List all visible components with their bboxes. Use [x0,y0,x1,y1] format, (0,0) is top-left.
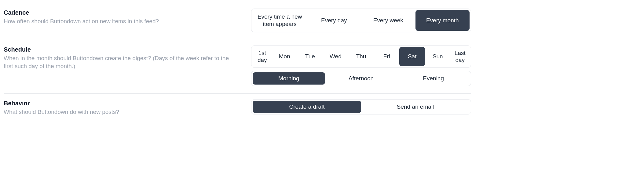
schedule-days-segmented: 1st day Mon Tue Wed Thu Fri Sat Sun Last… [251,45,471,68]
schedule-time-afternoon[interactable]: Afternoon [325,72,397,85]
schedule-times-segmented: Morning Afternoon Evening [251,71,471,86]
behavior-title: Behavior [4,100,239,107]
behavior-option-send[interactable]: Send an email [361,101,470,113]
schedule-day-thu[interactable]: Thu [348,47,374,67]
behavior-segmented: Create a draft Send an email [251,99,471,114]
cadence-option-every-week[interactable]: Every week [361,10,415,31]
schedule-subtitle: When in the month should Buttondown crea… [4,54,239,71]
schedule-time-morning[interactable]: Morning [253,72,325,85]
cadence-label-block: Cadence How often should Buttondown act … [4,9,239,26]
schedule-label-block: Schedule When in the month should Button… [4,45,239,71]
schedule-time-evening[interactable]: Evening [397,72,470,85]
schedule-controls: 1st day Mon Tue Wed Thu Fri Sat Sun Last… [251,45,471,86]
cadence-option-every-day[interactable]: Every day [307,10,361,31]
cadence-segmented: Every time a new item appears Every day … [251,9,471,32]
schedule-day-fri[interactable]: Fri [374,47,400,67]
cadence-controls: Every time a new item appears Every day … [251,9,471,32]
schedule-row: Schedule When in the month should Button… [4,40,471,94]
schedule-day-last[interactable]: Last day [451,47,470,67]
schedule-day-1st[interactable]: 1st day [253,47,272,67]
behavior-row: Behavior What should Buttondown do with … [4,94,471,124]
schedule-day-sat[interactable]: Sat [399,47,425,67]
schedule-day-wed[interactable]: Wed [323,47,349,67]
schedule-day-tue[interactable]: Tue [297,47,323,67]
cadence-option-every-item[interactable]: Every time a new item appears [253,10,307,31]
schedule-day-mon[interactable]: Mon [272,47,297,67]
behavior-option-draft[interactable]: Create a draft [253,101,361,113]
cadence-option-every-month[interactable]: Every month [415,10,470,31]
settings-form: Cadence How often should Buttondown act … [0,0,475,126]
schedule-day-sun[interactable]: Sun [425,47,451,67]
schedule-title: Schedule [4,46,239,53]
behavior-label-block: Behavior What should Buttondown do with … [4,99,239,116]
behavior-controls: Create a draft Send an email [251,99,471,114]
cadence-subtitle: How often should Buttondown act on new i… [4,17,239,26]
behavior-subtitle: What should Buttondown do with new posts… [4,108,239,116]
cadence-title: Cadence [4,9,239,16]
cadence-row: Cadence How often should Buttondown act … [4,3,471,40]
